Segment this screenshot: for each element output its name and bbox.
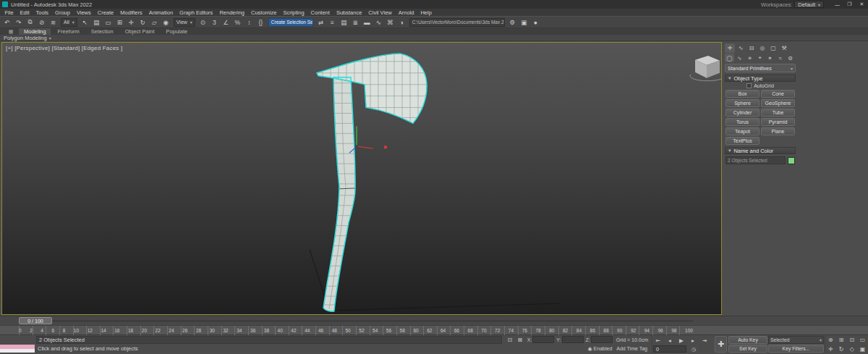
modify-tab-icon[interactable]: ∿ <box>736 43 746 53</box>
undo-icon[interactable]: ↶ <box>1 17 12 28</box>
primitive-button[interactable]: Sphere <box>726 99 760 107</box>
zoom-all-icon[interactable]: ⊞ <box>836 335 847 345</box>
primitive-button[interactable]: Tube <box>761 109 795 117</box>
polygon-modeling-panel-header[interactable]: Polygon Modeling ▾ <box>0 35 868 41</box>
menu-item[interactable]: Tools <box>33 9 52 16</box>
selection-lock-toggle-icon[interactable]: ⊠ <box>515 335 525 344</box>
orbit-icon[interactable]: ↻ <box>836 345 847 354</box>
menu-item[interactable]: Animation <box>145 9 176 16</box>
zoom-icon[interactable]: ⊕ <box>825 335 836 345</box>
primitive-button[interactable]: Plane <box>761 127 795 135</box>
set-key-mode-button[interactable]: ✚ <box>715 336 727 353</box>
pan-icon[interactable]: ✛ <box>825 345 836 354</box>
cameras-category-icon[interactable]: ⌖ <box>755 54 765 62</box>
spacewarps-category-icon[interactable]: ≈ <box>775 54 785 62</box>
rectangular-selection-region-icon[interactable]: ▭ <box>103 17 114 28</box>
ribbon-tab[interactable]: Freeform <box>52 28 84 35</box>
view-cube[interactable] <box>690 56 721 81</box>
ribbon-tab[interactable]: Object Paint <box>120 28 160 35</box>
object-color-swatch[interactable] <box>788 157 795 164</box>
redo-icon[interactable]: ↷ <box>13 17 24 28</box>
perspective-viewport[interactable]: [+] [Perspective] [Standard] [Edged Face… <box>1 42 722 315</box>
bind-to-space-warp-icon[interactable]: ≋ <box>48 17 59 28</box>
fov-icon[interactable]: ◇ <box>847 345 858 354</box>
material-editor-icon[interactable]: ◑ <box>396 17 407 28</box>
curve-editor-icon[interactable]: ∿ <box>373 17 384 28</box>
select-and-scale-icon[interactable]: ▱ <box>149 17 160 28</box>
primitive-button[interactable]: TextPlus <box>726 137 760 145</box>
object-type-rollout-header[interactable]: ▼ Object Type <box>725 75 796 82</box>
shapes-category-icon[interactable]: ∿ <box>735 54 744 62</box>
primitive-button[interactable]: Cylinder <box>726 109 760 117</box>
menu-item[interactable]: Help <box>417 9 435 16</box>
transform-gizmo[interactable] <box>349 126 387 153</box>
time-configuration-button[interactable]: ◷ <box>688 345 699 353</box>
spinner-snap-icon[interactable]: ↕ <box>244 17 255 28</box>
menu-item[interactable]: Create <box>94 9 117 16</box>
y-coordinate-field[interactable] <box>562 336 584 343</box>
primitive-button[interactable]: Box <box>726 90 760 98</box>
go-to-end-button[interactable]: ⇥ <box>699 336 710 345</box>
use-pivot-center-icon[interactable]: ⊙ <box>197 17 208 28</box>
percent-snap-icon[interactable]: % <box>232 17 243 28</box>
adaptive-degradation-toggle[interactable]: ◉ Enabled <box>588 346 613 352</box>
angle-snap-icon[interactable]: ∠ <box>221 17 231 28</box>
mirror-icon[interactable]: ⇄ <box>315 17 326 28</box>
primitive-button[interactable]: Cone <box>761 90 795 98</box>
menu-item[interactable]: Civil View <box>365 9 395 16</box>
viewport-label[interactable]: [+] [Perspective] [Standard] [Edged Face… <box>6 45 122 51</box>
scene-explorer-icon[interactable]: ▤ <box>339 17 349 28</box>
ribbon-toggle-icon[interactable]: ▬ <box>362 17 373 28</box>
select-and-place-icon[interactable]: ◉ <box>161 17 171 28</box>
selection-filter-dropdown[interactable]: All ▾ <box>61 18 77 27</box>
set-key-button[interactable]: Set Key <box>728 345 767 353</box>
layer-explorer-icon[interactable]: ≣ <box>350 17 361 28</box>
ribbon-tab[interactable]: Populate <box>161 28 193 35</box>
helpers-category-icon[interactable]: ✶ <box>765 54 775 62</box>
axe-model[interactable] <box>313 51 432 311</box>
listener-line[interactable] <box>0 349 35 353</box>
select-by-name-icon[interactable]: ▤ <box>91 17 102 28</box>
align-icon[interactable]: ≡ <box>327 17 338 28</box>
key-filters-button[interactable]: Key Filters... <box>768 345 824 353</box>
primitive-category-dropdown[interactable]: Standard Primitives ▾ <box>725 64 796 72</box>
viewport-canvas[interactable] <box>2 43 721 314</box>
zoom-region-icon[interactable]: ▭ <box>857 335 868 345</box>
current-frame-field[interactable]: 0 <box>653 345 686 353</box>
rendered-frame-window-icon[interactable]: ▣ <box>519 17 529 28</box>
menu-item[interactable]: Views <box>73 9 94 16</box>
unlink-selection-icon[interactable]: ⊘ <box>36 17 47 28</box>
primitive-button[interactable]: Teapot <box>726 127 760 135</box>
time-slider[interactable]: 0 / 100 <box>19 317 52 324</box>
gizmo-x-axis[interactable] <box>358 146 373 148</box>
go-to-start-button[interactable]: ⇤ <box>652 336 664 345</box>
auto-key-button[interactable]: Auto Key <box>728 336 767 344</box>
menu-item[interactable]: Graph Editors <box>176 9 216 16</box>
menu-item[interactable]: Customize <box>247 9 279 16</box>
menu-item[interactable]: Content <box>307 9 333 16</box>
edit-named-selection-sets-icon[interactable]: {} <box>255 17 266 28</box>
project-folder-field[interactable]: C:\Users\VectorMoro\Documents\3ds Max 20… <box>409 18 505 27</box>
ribbon-tab[interactable]: Selection <box>86 28 119 35</box>
motion-tab-icon[interactable]: ◎ <box>757 43 767 53</box>
isolate-selection-toggle-icon[interactable]: ⊡ <box>505 335 515 344</box>
menu-item[interactable]: Scripting <box>280 9 307 16</box>
key-set-dropdown[interactable]: Selected ▾ <box>768 336 824 344</box>
zoom-extents-icon[interactable]: ⊡ <box>847 335 858 345</box>
menu-item[interactable]: Modifiers <box>117 9 145 16</box>
maxscript-mini-listener[interactable] <box>0 345 35 353</box>
primitive-button[interactable]: Pyramid <box>761 118 795 126</box>
create-tab-icon[interactable]: ✛ <box>725 43 735 53</box>
workspace-dropdown[interactable]: Default ▾ <box>794 1 824 8</box>
reference-coordinate-dropdown[interactable]: View ▾ <box>174 18 195 27</box>
geometry-category-icon[interactable]: ◯ <box>725 54 734 62</box>
x-coordinate-field[interactable] <box>532 336 554 343</box>
close-button[interactable]: ✕ <box>856 0 868 9</box>
window-crossing-toggle-icon[interactable]: ⊞ <box>114 17 125 28</box>
autogrid-checkbox[interactable] <box>746 83 752 88</box>
schematic-view-icon[interactable]: ⌘ <box>385 17 396 28</box>
systems-category-icon[interactable]: ⚙ <box>786 54 795 62</box>
primitive-button[interactable]: Torus <box>726 118 760 126</box>
menu-item[interactable]: File <box>1 9 17 16</box>
next-frame-button[interactable]: ▸ <box>687 336 699 345</box>
